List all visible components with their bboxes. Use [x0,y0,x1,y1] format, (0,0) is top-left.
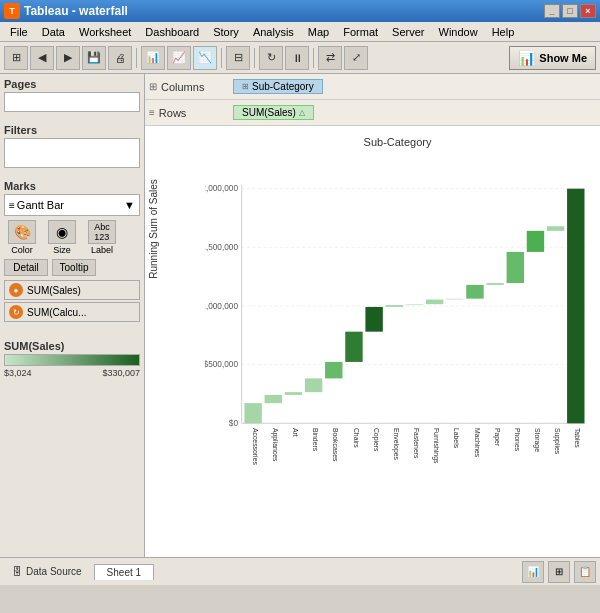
toolbar-separator-4 [313,48,314,68]
sheet1-label: Sheet 1 [107,567,141,578]
marks-color-btn[interactable]: 🎨 Color [4,220,40,255]
svg-text:Storage: Storage [533,428,541,452]
sum-sales-pill[interactable]: ● SUM(Sales) [4,280,140,300]
left-panel: Pages Filters Marks ≡ Gantt Bar ▼ 🎨 Colo… [0,74,145,557]
svg-text:Paper: Paper [493,428,501,447]
color-scale-max: $330,007 [102,368,140,378]
chart-title: Sub-Category [205,136,590,148]
svg-rect-26 [527,231,544,252]
rows-grid-icon: ≡ [149,107,155,118]
svg-rect-25 [507,252,524,283]
svg-text:Machines: Machines [474,428,481,458]
toolbar-separator-3 [254,48,255,68]
sheet1-tab[interactable]: Sheet 1 [94,564,154,580]
close-button[interactable]: × [580,4,596,18]
menu-analysis[interactable]: Analysis [247,25,300,39]
size-label: Size [53,245,71,255]
sum-calcu-pill[interactable]: ↻ SUM(Calcu... [4,302,140,322]
menu-map[interactable]: Map [302,25,335,39]
menu-story[interactable]: Story [207,25,245,39]
maximize-button[interactable]: □ [562,4,578,18]
toolbar-pause-btn[interactable]: ⏸ [285,46,309,70]
menu-file[interactable]: File [4,25,34,39]
svg-rect-15 [305,378,322,392]
marks-buttons-row: 🎨 Color ◉ Size Abc123 Label [4,220,140,255]
data-source-tab[interactable]: 🗄 Data Source [4,564,90,579]
svg-text:Envelopes: Envelopes [392,428,400,461]
svg-rect-17 [345,332,362,362]
menu-dashboard[interactable]: Dashboard [139,25,205,39]
svg-text:Tables: Tables [574,428,581,448]
right-area: ⊞ Columns ⊞ Sub-Category ≡ Rows SUM(Sale… [145,74,600,557]
toolbar-filter-btn[interactable]: ⊟ [226,46,250,70]
show-me-label: Show Me [539,52,587,64]
toolbar-back-btn[interactable]: ◀ [30,46,54,70]
color-legend-title: SUM(Sales) [4,340,140,352]
filters-section: Filters [4,124,140,168]
marks-type-label: Gantt Bar [17,199,64,211]
minimize-button[interactable]: _ [544,4,560,18]
toolbar-print-btn[interactable]: 🖨 [108,46,132,70]
toolbar-forward-btn[interactable]: ▶ [56,46,80,70]
data-source-label: Data Source [26,566,82,577]
columns-pill[interactable]: ⊞ Sub-Category [233,79,323,94]
rows-label: Rows [159,107,187,119]
svg-rect-21 [426,300,443,305]
waterfall-svg: $0 $500,000 $1,000,000 $1,500,000 $2,000… [205,152,590,493]
new-dashboard-btn[interactable]: ⊞ [548,561,570,583]
show-me-button[interactable]: 📊 Show Me [509,46,596,70]
menu-bar: File Data Worksheet Dashboard Story Anal… [0,22,600,42]
marks-type-dropdown[interactable]: ≡ Gantt Bar ▼ [4,194,140,216]
toolbar-chart3-btn[interactable]: 📉 [193,46,217,70]
svg-rect-18 [365,307,382,332]
toolbar-chart2-btn[interactable]: 📈 [167,46,191,70]
detail-button[interactable]: Detail [4,259,48,276]
toolbar-refresh-btn[interactable]: ↻ [259,46,283,70]
toolbar: ⊞ ◀ ▶ 💾 🖨 📊 📈 📉 ⊟ ↻ ⏸ ⇄ ⤢ 📊 Show Me [0,42,600,74]
chart-area: Sub-Category Running Sum of Sales $0 [145,126,600,557]
app-icon: T [4,3,20,19]
label-label: Label [91,245,113,255]
toolbar-fit-btn[interactable]: ⤢ [344,46,368,70]
new-sheet-btn[interactable]: 📊 [522,561,544,583]
menu-server[interactable]: Server [386,25,430,39]
toolbar-swap-btn[interactable]: ⇄ [318,46,342,70]
svg-rect-16 [325,362,342,379]
tooltip-button[interactable]: Tooltip [52,259,96,276]
svg-text:Fasteners: Fasteners [413,428,420,459]
label-icon: Abc123 [88,220,116,244]
new-story-btn[interactable]: 📋 [574,561,596,583]
toolbar-separator-2 [221,48,222,68]
bottom-icons: 📊 ⊞ 📋 [522,561,596,583]
svg-text:$1,000,000: $1,000,000 [205,302,238,311]
menu-help[interactable]: Help [486,25,521,39]
marks-label-btn[interactable]: Abc123 Label [84,220,120,255]
marks-detail-row: Detail Tooltip [4,259,140,276]
svg-rect-14 [285,392,302,395]
marks-title: Marks [4,180,140,192]
columns-pill-icon: ⊞ [242,82,249,91]
toolbar-save-btn[interactable]: 💾 [82,46,106,70]
toolbar-grid-btn[interactable]: ⊞ [4,46,28,70]
pages-title: Pages [4,78,140,90]
color-label: Color [11,245,33,255]
menu-worksheet[interactable]: Worksheet [73,25,137,39]
svg-rect-19 [386,305,403,307]
menu-window[interactable]: Window [433,25,484,39]
svg-rect-23 [466,285,483,299]
rows-pill-delta-icon: △ [299,108,305,117]
menu-format[interactable]: Format [337,25,384,39]
filters-title: Filters [4,124,140,136]
columns-shelf: ⊞ Columns ⊞ Sub-Category [145,74,600,100]
sum-sales-icon: ● [9,283,23,297]
color-legend-section: SUM(Sales) $3,024 $330,007 [4,340,140,378]
toolbar-chart1-btn[interactable]: 📊 [141,46,165,70]
svg-text:Phones: Phones [514,428,521,452]
color-scale-labels: $3,024 $330,007 [4,368,140,378]
svg-text:Chairs: Chairs [353,428,360,448]
svg-rect-28 [567,189,584,424]
svg-text:$2,000,000: $2,000,000 [205,184,238,193]
menu-data[interactable]: Data [36,25,71,39]
marks-size-btn[interactable]: ◉ Size [44,220,80,255]
rows-pill[interactable]: SUM(Sales) △ [233,105,314,120]
